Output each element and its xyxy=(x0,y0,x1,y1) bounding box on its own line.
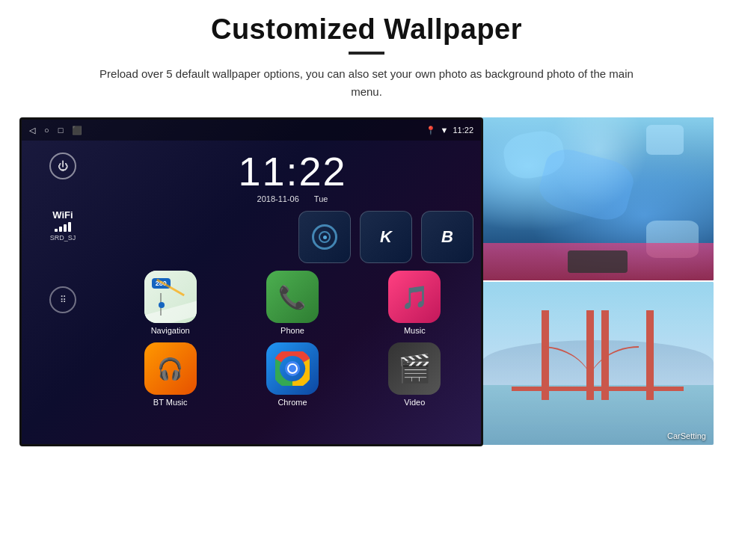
list-item[interactable]: 🎵 Music xyxy=(358,271,472,335)
phone-icon[interactable]: 📞 xyxy=(266,271,319,323)
status-bar: ◁ ○ □ ⬛ 📍 ▼ 11:22 xyxy=(22,120,481,141)
screenshot-icon[interactable]: ⬛ xyxy=(72,126,82,135)
letter-b-widget[interactable]: B xyxy=(421,211,473,263)
wallpaper-previews: CarSetting xyxy=(482,117,714,445)
back-icon[interactable]: ◁ xyxy=(29,126,35,135)
wifi-bar-3 xyxy=(64,224,67,232)
video-label: Video xyxy=(404,398,425,407)
widget-area: K B xyxy=(104,211,481,263)
bt-music-label: BT Music xyxy=(153,398,188,407)
list-item[interactable]: Chrome xyxy=(235,342,349,407)
list-item[interactable]: 280 Navigation xyxy=(113,271,227,335)
navigation-icon[interactable]: 280 xyxy=(144,271,197,323)
wifi-label: WiFi xyxy=(50,209,76,221)
letter-k: K xyxy=(380,227,392,247)
bt-symbol: 🎧 xyxy=(157,357,183,381)
page-description: Preload over 5 default wallpaper options… xyxy=(90,65,643,101)
video-symbol: 🎬 xyxy=(398,353,432,384)
clock-section: 11:22 2018-11-06 Tue xyxy=(104,141,481,211)
ice-wallpaper xyxy=(482,117,714,280)
home-icon[interactable]: ○ xyxy=(44,126,49,135)
music-label: Music xyxy=(404,326,426,335)
power-button[interactable]: ⏻ xyxy=(49,153,76,179)
status-right: 📍 ▼ 11:22 xyxy=(426,126,473,135)
apps-button[interactable]: ⠿ xyxy=(49,286,76,313)
wifi-signal-icon: ▼ xyxy=(441,126,449,135)
navigation-label: Navigation xyxy=(151,326,190,335)
carsetting-label: CarSetting xyxy=(667,431,706,440)
list-item[interactable]: 🎧 BT Music xyxy=(113,342,227,407)
wifi-bar-2 xyxy=(59,227,62,232)
clock-day-value: Tue xyxy=(314,194,328,203)
recents-icon[interactable]: □ xyxy=(58,126,64,135)
wifi-bar-1 xyxy=(55,229,58,232)
status-time: 11:22 xyxy=(453,126,473,135)
video-icon[interactable]: 🎬 xyxy=(388,342,441,395)
main-content: ⏻ WiFi SRD_SJ ⠿ xyxy=(22,141,481,444)
svg-point-3 xyxy=(288,364,297,373)
center-area: 11:22 2018-11-06 Tue xyxy=(104,141,481,444)
left-sidebar: ⏻ WiFi SRD_SJ ⠿ xyxy=(22,141,104,444)
clock-date-value: 2018-11-06 xyxy=(257,194,299,203)
device-area: ◁ ○ □ ⬛ 📍 ▼ 11:22 ⏻ WiFi xyxy=(19,117,714,446)
android-screen: ◁ ○ □ ⬛ 📍 ▼ 11:22 ⏻ WiFi xyxy=(19,117,483,446)
nav-icons: ◁ ○ □ ⬛ xyxy=(29,126,82,135)
wifi-block: WiFi SRD_SJ xyxy=(50,209,76,241)
clock-time: 11:22 xyxy=(111,151,473,191)
letter-widget[interactable]: K xyxy=(360,211,412,263)
chrome-label: Chrome xyxy=(277,398,307,407)
wifi-bars xyxy=(50,223,76,232)
wifi-bar-4 xyxy=(68,222,71,232)
wifi-widget[interactable] xyxy=(298,211,351,263)
chrome-svg xyxy=(275,351,310,386)
bridge-scene xyxy=(482,282,714,445)
letter-b: B xyxy=(441,227,453,247)
music-symbol: 🎵 xyxy=(401,284,429,310)
bridge-wallpaper: CarSetting xyxy=(482,282,714,445)
app-grid: 280 Navigation xyxy=(104,263,481,414)
clock-date: 2018-11-06 Tue xyxy=(111,194,473,203)
bt-music-icon[interactable]: 🎧 xyxy=(144,342,197,395)
page-title: Customized Wallpaper xyxy=(211,13,522,46)
location-icon: 📍 xyxy=(426,126,436,135)
title-divider xyxy=(349,52,384,55)
list-item[interactable]: 🎬 Video xyxy=(358,342,472,407)
wifi-ssid: SRD_SJ xyxy=(50,234,76,241)
phone-label: Phone xyxy=(280,326,304,335)
list-item[interactable]: 📞 Phone xyxy=(235,271,349,335)
music-icon[interactable]: 🎵 xyxy=(388,271,441,323)
phone-symbol: 📞 xyxy=(278,284,306,310)
chrome-icon[interactable] xyxy=(266,342,319,395)
